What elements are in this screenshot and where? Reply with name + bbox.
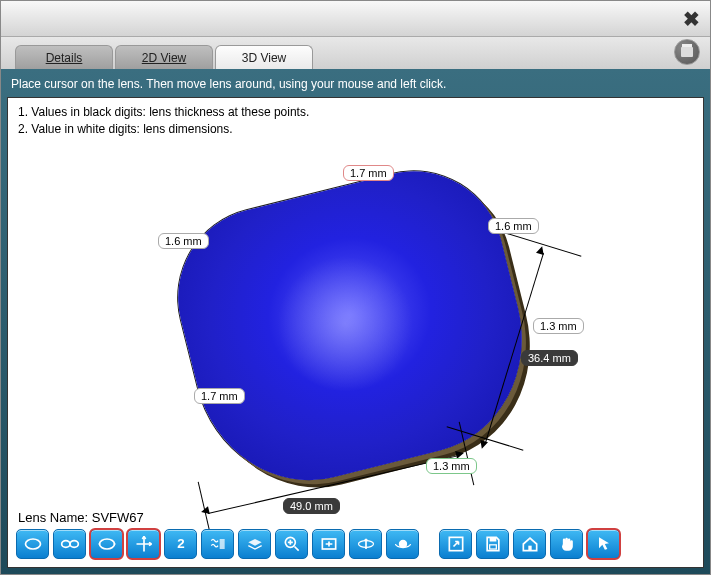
fit-icon [319, 534, 339, 554]
home-icon [520, 534, 540, 554]
svg-point-3 [99, 539, 114, 549]
measure-upper-left: 1.6 mm [158, 233, 209, 249]
measure-bottom-right: 1.3 mm [426, 458, 477, 474]
lens-shape-wrap [159, 152, 547, 504]
tab-row: Details 2D View 3D View [1, 37, 710, 69]
zoom-in-icon [282, 534, 302, 554]
lens-icon [23, 534, 43, 554]
tool-home[interactable] [513, 529, 546, 559]
glasses-icon [60, 534, 80, 554]
legend-line-1: 1. Values in black digits: lens thicknes… [18, 104, 309, 121]
svg-point-0 [25, 539, 40, 549]
svg-rect-11 [489, 537, 496, 541]
svg-rect-12 [489, 545, 496, 549]
lens-shape[interactable] [159, 152, 547, 504]
tool-pan-hand[interactable] [550, 529, 583, 559]
pointer-icon [594, 534, 614, 554]
tool-rotate[interactable] [349, 529, 382, 559]
close-icon[interactable]: ✖ [683, 7, 700, 31]
tool-single-lens[interactable] [16, 529, 49, 559]
tool-frame-view[interactable] [90, 529, 123, 559]
measure-height: 36.4 mm [521, 350, 578, 366]
tool-fullscreen[interactable] [439, 529, 472, 559]
fullscreen-icon [446, 534, 466, 554]
hand-icon [557, 534, 577, 554]
tool-orbit[interactable] [386, 529, 419, 559]
legend-line-2: 2. Value in white digits: lens dimension… [18, 121, 309, 138]
tool-waves[interactable] [201, 529, 234, 559]
measure-top: 1.7 mm [343, 165, 394, 181]
tab-2d-view[interactable]: 2D View [115, 45, 213, 69]
lens-name: Lens Name: SVFW67 [18, 510, 144, 525]
svg-point-1 [61, 541, 69, 548]
save-icon [483, 534, 503, 554]
measure-width: 49.0 mm [283, 498, 340, 514]
arrow-icon [478, 440, 488, 450]
svg-rect-13 [528, 546, 531, 551]
tool-two[interactable]: 2 [164, 529, 197, 559]
tab-3d-view[interactable]: 3D View [215, 45, 313, 69]
viewer-toolbar: 2 [16, 527, 695, 561]
axes-icon [134, 534, 154, 554]
content-panel: Place cursor on the lens. Then move lens… [1, 69, 710, 574]
tool-zoom-in[interactable] [275, 529, 308, 559]
tool-fit[interactable] [312, 529, 345, 559]
orbit-icon [393, 534, 413, 554]
lens-viewer-dialog: ✖ Details 2D View 3D View Place cursor o… [0, 0, 711, 575]
dialog-titlebar: ✖ [1, 1, 710, 37]
lens-name-label: Lens Name: [18, 510, 88, 525]
measure-left: 1.7 mm [194, 388, 245, 404]
svg-text:2: 2 [177, 536, 184, 551]
viewer-3d[interactable]: 1. Values in black digits: lens thicknes… [7, 97, 704, 568]
measure-right: 1.3 mm [533, 318, 584, 334]
measure-upper-right: 1.6 mm [488, 218, 539, 234]
rotate-icon [356, 534, 376, 554]
tool-pointer[interactable] [587, 529, 620, 559]
lens-name-value: SVFW67 [92, 510, 144, 525]
tab-details[interactable]: Details [15, 45, 113, 69]
instruction-text: Place cursor on the lens. Then move lens… [7, 73, 704, 97]
frame-icon [97, 534, 117, 554]
layers-icon [245, 534, 265, 554]
tool-layers[interactable] [238, 529, 271, 559]
arrow-icon [536, 245, 546, 255]
svg-point-2 [70, 541, 78, 548]
svg-rect-5 [219, 539, 224, 549]
tool-axes[interactable] [127, 529, 160, 559]
two-icon: 2 [171, 534, 191, 554]
waves-icon [208, 534, 228, 554]
print-button[interactable] [674, 39, 700, 65]
tool-save[interactable] [476, 529, 509, 559]
legend: 1. Values in black digits: lens thicknes… [18, 104, 309, 138]
tool-pair-lens[interactable] [53, 529, 86, 559]
